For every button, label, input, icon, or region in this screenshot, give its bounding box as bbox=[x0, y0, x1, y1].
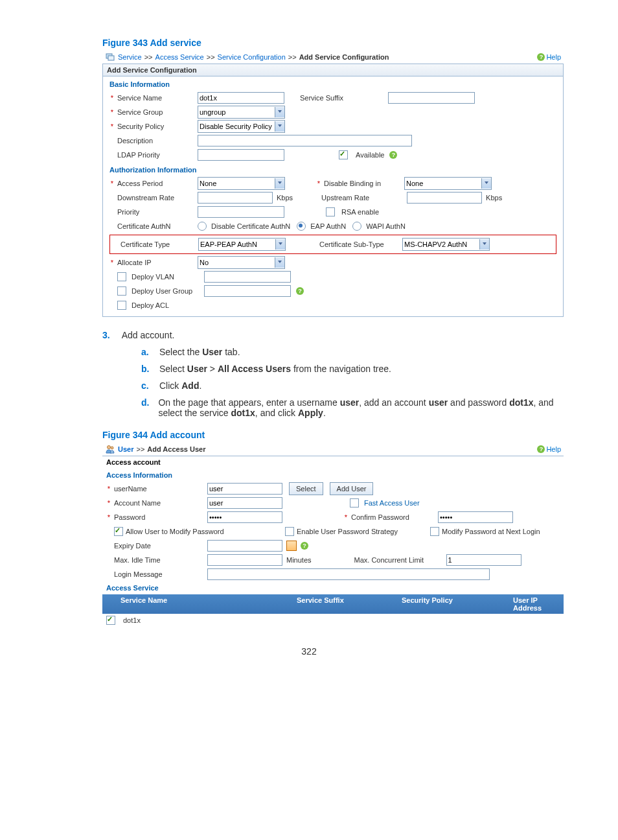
expiry-date-input[interactable] bbox=[207, 540, 282, 552]
username-input[interactable] bbox=[207, 483, 282, 495]
description-label: Description bbox=[117, 137, 195, 145]
disable-binding-select[interactable] bbox=[404, 177, 492, 190]
required-marker: * bbox=[106, 485, 111, 493]
service-group-value bbox=[198, 107, 275, 117]
confirm-password-input[interactable] bbox=[438, 511, 513, 523]
cert-type-select[interactable] bbox=[198, 238, 286, 251]
max-concurrent-input[interactable] bbox=[446, 554, 521, 566]
cert-disable-radio[interactable] bbox=[198, 222, 207, 231]
figure-343-title: Figure 343 Add service bbox=[102, 38, 579, 48]
allow-modify-checkbox[interactable] bbox=[114, 527, 123, 536]
select-button[interactable]: Select bbox=[289, 482, 323, 495]
bc-sep: >> bbox=[136, 445, 144, 453]
account-name-input[interactable] bbox=[207, 497, 282, 509]
priority-label: Priority bbox=[117, 208, 195, 216]
page-number: 322 bbox=[39, 646, 579, 657]
rsa-enable-label: RSA enable bbox=[341, 208, 379, 216]
chevron-down-icon bbox=[275, 239, 285, 250]
help-label: Help bbox=[546, 445, 561, 453]
help-icon[interactable]: ? bbox=[389, 151, 397, 159]
disable-binding-label: Disable Binding in bbox=[324, 180, 402, 187]
th-service-suffix: Service Suffix bbox=[293, 594, 398, 614]
bc-access-service[interactable]: Access Service bbox=[155, 53, 204, 61]
substep-letter: d. bbox=[141, 397, 149, 418]
add-user-button[interactable]: Add User bbox=[330, 482, 374, 495]
security-policy-select[interactable] bbox=[198, 120, 285, 133]
help-link[interactable]: ? Help bbox=[537, 445, 561, 453]
cert-wapi-label: WAPI AuthN bbox=[366, 222, 406, 230]
add-service-panel: Add Service Configuration Basic Informat… bbox=[102, 64, 564, 317]
required-marker: * bbox=[109, 94, 115, 102]
service-group-select[interactable] bbox=[198, 106, 285, 119]
fast-access-checkbox[interactable] bbox=[350, 498, 359, 508]
deploy-user-group-input[interactable] bbox=[204, 285, 291, 297]
cert-eap-radio[interactable] bbox=[297, 222, 306, 231]
substep-letter: a. bbox=[141, 347, 150, 357]
required-marker: * bbox=[106, 499, 111, 507]
required-marker: * bbox=[343, 513, 349, 521]
deploy-acl-label: Deploy ACL bbox=[132, 301, 201, 309]
upstream-rate-input[interactable] bbox=[407, 192, 482, 204]
allocate-ip-select[interactable] bbox=[198, 256, 285, 269]
login-message-input[interactable] bbox=[207, 568, 490, 580]
access-period-select[interactable] bbox=[198, 177, 285, 190]
security-policy-value bbox=[198, 121, 275, 132]
chevron-down-icon bbox=[275, 178, 284, 189]
service-suffix-input[interactable] bbox=[388, 92, 475, 104]
cert-eap-label: EAP AuthN bbox=[310, 222, 346, 230]
available-checkbox[interactable] bbox=[339, 150, 348, 159]
cert-sub-type-label: Certificate Sub-Type bbox=[319, 240, 402, 248]
help-link[interactable]: ? Help bbox=[537, 53, 561, 61]
required-marker: * bbox=[109, 122, 115, 130]
bc-user[interactable]: User bbox=[118, 445, 133, 453]
service-table-row: dot1x bbox=[102, 614, 564, 627]
calendar-icon[interactable] bbox=[286, 541, 297, 551]
required-marker: * bbox=[109, 108, 115, 116]
allow-modify-label: Allow User to Modify Password bbox=[126, 528, 224, 535]
deploy-vlan-input[interactable] bbox=[204, 271, 291, 283]
help-icon[interactable]: ? bbox=[296, 287, 304, 295]
account-name-label: Account Name bbox=[114, 499, 205, 507]
panel-title: Add Service Configuration bbox=[103, 64, 563, 76]
modify-next-login-checkbox[interactable] bbox=[430, 527, 439, 536]
help-icon[interactable]: ? bbox=[301, 542, 308, 550]
bc-service[interactable]: Service bbox=[118, 53, 142, 61]
bc-add-access-user: Add Access User bbox=[147, 445, 205, 453]
downstream-rate-input[interactable] bbox=[198, 192, 273, 204]
deploy-user-group-checkbox[interactable] bbox=[117, 286, 126, 296]
ldap-priority-input[interactable] bbox=[198, 149, 284, 161]
enable-pw-strategy-checkbox[interactable] bbox=[285, 527, 294, 536]
required-marker: * bbox=[109, 259, 115, 266]
cert-wapi-radio[interactable] bbox=[352, 222, 361, 231]
required-marker: * bbox=[109, 180, 115, 187]
substep-a: a. Select the User tab. bbox=[141, 347, 579, 357]
rsa-enable-checkbox[interactable] bbox=[326, 207, 335, 216]
kbps-unit: Kbps bbox=[277, 194, 293, 202]
figure-344-breadcrumb: User >> Add Access User ? Help bbox=[102, 444, 564, 454]
auth-info-title: Authorization Information bbox=[109, 166, 556, 174]
figure-344-image: User >> Add Access User ? Help Access ac… bbox=[102, 444, 564, 627]
bc-sep: >> bbox=[144, 53, 153, 61]
password-input[interactable] bbox=[207, 511, 282, 523]
max-concurrent-label: Max. Concurrent Limit bbox=[354, 556, 444, 564]
required-marker: * bbox=[316, 180, 321, 187]
service-name-label: Service Name bbox=[117, 94, 195, 102]
priority-input[interactable] bbox=[198, 206, 284, 218]
access-info-title: Access Information bbox=[102, 469, 564, 482]
substep-c: c. Click Add. bbox=[141, 380, 579, 391]
security-policy-label: Security Policy bbox=[117, 122, 195, 130]
confirm-password-label: Confirm Password bbox=[351, 513, 435, 521]
bc-service-config[interactable]: Service Configuration bbox=[218, 53, 286, 61]
substep-letter: c. bbox=[141, 380, 150, 391]
service-row-checkbox[interactable] bbox=[106, 616, 115, 625]
max-idle-input[interactable] bbox=[207, 554, 282, 566]
service-icon bbox=[105, 52, 115, 62]
deploy-vlan-checkbox[interactable] bbox=[117, 272, 126, 281]
description-input[interactable] bbox=[198, 135, 412, 146]
chevron-down-icon bbox=[479, 239, 489, 250]
deploy-acl-checkbox[interactable] bbox=[117, 301, 126, 310]
service-name-input[interactable] bbox=[198, 92, 284, 104]
svg-point-2 bbox=[108, 446, 111, 449]
allocate-ip-value bbox=[198, 257, 275, 268]
cert-sub-type-select[interactable] bbox=[402, 238, 490, 251]
